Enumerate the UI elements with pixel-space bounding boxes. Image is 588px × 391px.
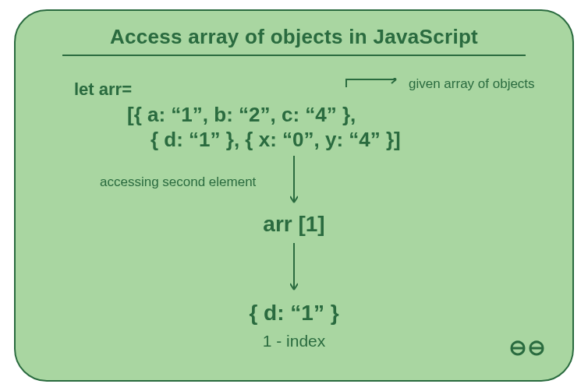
given-array-label: given array of objects — [409, 76, 535, 92]
title-divider — [62, 55, 526, 56]
let-declaration: let arr= — [74, 79, 132, 100]
arrow-down-icon — [293, 156, 295, 206]
accessing-label: accessing second element — [100, 174, 256, 190]
access-expression: arr [1] — [16, 212, 572, 237]
array-literal-line2: { d: “1” }, { x: “0”, y: “4” }] — [151, 128, 401, 152]
index-label: 1 - index — [16, 332, 572, 350]
result-value: { d: “1” } — [16, 301, 572, 326]
diagram-card: Access array of objects in JavaScript le… — [14, 9, 574, 382]
arrow-down-icon — [293, 243, 295, 293]
diagram-title: Access array of objects in JavaScript — [16, 25, 572, 49]
array-literal-line1: [{ a: “1”, b: “2”, c: “4” }, — [127, 103, 356, 127]
given-arrow-icon — [345, 78, 402, 89]
geeksforgeeks-logo-icon — [510, 338, 544, 358]
